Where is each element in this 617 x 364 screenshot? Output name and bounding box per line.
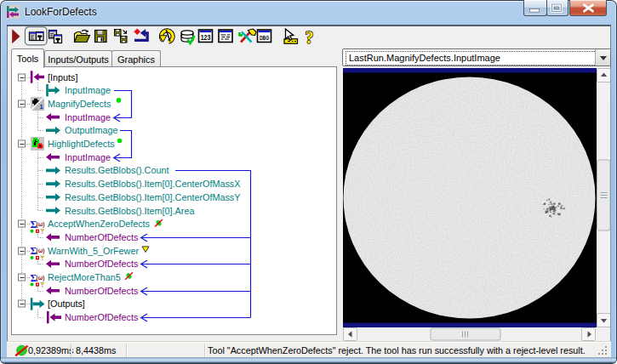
- svg-text:InputImage: InputImage: [65, 112, 111, 122]
- svg-text:AcceptWhenZeroDefects: AcceptWhenZeroDefects: [48, 219, 151, 229]
- svg-text:(ω): (ω): [37, 247, 45, 254]
- svg-text:Results.GetBlobs().Item[0].Cen: Results.GetBlobs().Item[0].CenterOfMassY: [65, 192, 240, 202]
- svg-text:123: 123: [201, 33, 211, 42]
- svg-text:NumberOfDefects: NumberOfDefects: [65, 312, 139, 322]
- svg-text:?: ?: [306, 28, 314, 47]
- svg-text:DBG: DBG: [260, 35, 270, 41]
- svg-text:HighlightDefects: HighlightDefects: [48, 139, 115, 149]
- svg-text:OutputImage: OutputImage: [65, 125, 117, 135]
- svg-text:1: 1: [40, 103, 43, 111]
- svg-text:RejectMoreThan5: RejectMoreThan5: [48, 272, 121, 282]
- svg-text:[Inputs]: [Inputs]: [48, 72, 77, 82]
- svg-text:Results.GetBlobs().Item[0].Cen: Results.GetBlobs().Item[0].CenterOfMassX: [65, 179, 240, 189]
- svg-text:NumberOfDefects: NumberOfDefects: [65, 286, 139, 296]
- svg-text:(ω): (ω): [37, 275, 45, 282]
- svg-text:MagnifyDefects: MagnifyDefects: [48, 99, 111, 109]
- svg-text:Results.GetBlobs().Item[0].Are: Results.GetBlobs().Item[0].Area: [65, 206, 194, 216]
- svg-text:NumberOfDefects: NumberOfDefects: [65, 232, 139, 242]
- svg-text:[Outputs]: [Outputs]: [48, 299, 85, 309]
- svg-text:InputImage: InputImage: [65, 152, 111, 162]
- svg-text:Results.GetBlobs().Count: Results.GetBlobs().Count: [65, 165, 169, 175]
- svg-text:NumberOfDefects: NumberOfDefects: [65, 259, 139, 269]
- svg-text:(ω): (ω): [37, 221, 45, 228]
- svg-text:WarnWith_5_OrFewer: WarnWith_5_OrFewer: [48, 246, 139, 256]
- svg-text:InputImage: InputImage: [65, 85, 111, 95]
